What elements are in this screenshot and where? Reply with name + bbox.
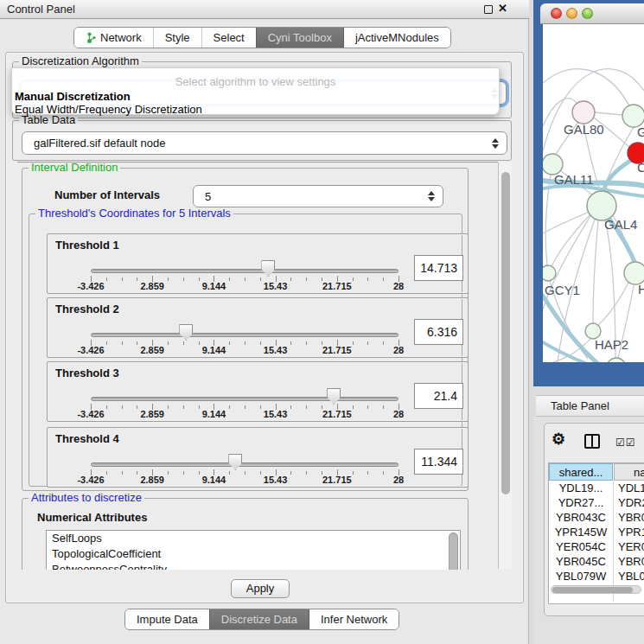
minimize-traffic-light[interactable]	[566, 8, 577, 19]
network-node[interactable]	[607, 358, 626, 362]
tick-label: 9.144	[202, 345, 226, 355]
network-edge[interactable]	[552, 214, 591, 266]
minor-tick	[137, 341, 137, 345]
column-header-shared-name[interactable]: shared...	[549, 463, 613, 481]
network-canvas[interactable]: GAL80GACGAL11GAL4GCY1HHAP2	[543, 24, 644, 362]
close-icon[interactable]: ✕	[498, 2, 507, 15]
threshold-box-4: Threshold 4-3.4262.8599.14415.4321.71528…	[47, 427, 469, 488]
node-label: HAP2	[595, 337, 628, 352]
number-of-intervals-value: 5	[205, 186, 211, 207]
node-label: GCY1	[545, 283, 580, 297]
select-columns-icon[interactable]: ☑☑	[615, 437, 636, 449]
tab-label: jActiveMNodules	[355, 31, 439, 44]
numerical-attributes-list[interactable]: SelfLoopsTopologicalCoefficientBetweenne…	[46, 530, 461, 570]
minor-tick	[199, 471, 200, 475]
minor-tick	[383, 405, 384, 409]
slider-thumb[interactable]	[327, 388, 341, 405]
number-of-intervals-combobox[interactable]: 5	[193, 185, 443, 207]
attribute-items: SelfLoopsTopologicalCoefficientBetweenne…	[47, 531, 460, 570]
table-row[interactable]: YLR345WYLR3	[549, 583, 644, 584]
minor-tick	[260, 277, 261, 281]
slider-track[interactable]	[91, 333, 399, 337]
cell-name: YER0	[614, 539, 644, 554]
table-hscrollbar-thumb[interactable]	[552, 587, 633, 593]
tab-impute-data[interactable]: Impute Data	[125, 609, 209, 629]
cell-shared-name: YDL19...	[549, 481, 613, 495]
interval-definition-title: Interval Definition	[29, 162, 120, 174]
table-row[interactable]: YPR145WYPR1	[549, 525, 644, 539]
attribute-item[interactable]: TopologicalCoefficient	[47, 546, 460, 562]
slider-track[interactable]	[91, 397, 399, 401]
attributes-group-title: Attributes to discretize	[29, 492, 144, 504]
thresholds-group: Threshold's Coordinates for 5 Intervals …	[29, 214, 462, 487]
slider-thumb[interactable]	[261, 260, 275, 277]
threshold-value-field[interactable]: 11.344	[414, 449, 463, 475]
apply-button[interactable]: Apply	[231, 579, 290, 598]
discretization-algorithm-group-title: Discretization Algorithm	[19, 55, 142, 67]
column-header-name[interactable]: na	[614, 463, 644, 481]
minor-tick	[183, 405, 184, 409]
tick-label: 2.859	[140, 281, 164, 291]
tick-label: 28	[393, 281, 404, 291]
minor-tick	[245, 471, 245, 475]
threshold-value-field[interactable]: 21.4	[414, 383, 463, 409]
tab-discretize-data[interactable]: Discretize Data	[209, 609, 309, 629]
main-scrollbar-track[interactable]	[498, 163, 512, 569]
minor-tick	[306, 405, 307, 409]
network-node-gal4[interactable]	[587, 191, 616, 220]
slider-thumb[interactable]	[179, 324, 193, 341]
algorithm-hint-text: Select algorithm to view settings	[12, 75, 499, 88]
attribute-item[interactable]: SelfLoops	[47, 531, 460, 546]
zoom-traffic-light[interactable]	[582, 8, 593, 19]
network-node-gcy1[interactable]	[543, 265, 556, 281]
minor-tick	[306, 277, 307, 281]
tab-label: Infer Network	[321, 613, 387, 626]
tab-network[interactable]: Network	[74, 28, 153, 48]
tab-style[interactable]: Style	[153, 28, 201, 48]
cell-shared-name: YLR345W	[549, 583, 613, 584]
attribute-item[interactable]: BetweennessCentrality	[47, 562, 460, 570]
network-edge[interactable]	[543, 69, 629, 105]
threshold-label: Threshold 1	[55, 239, 119, 252]
minor-tick	[260, 471, 261, 475]
table-data-combobox[interactable]: galFiltered.sif default node	[22, 131, 507, 155]
table-row[interactable]: YBR045CYBR0	[549, 554, 644, 569]
threshold-value-field[interactable]: 6.316	[414, 319, 463, 345]
algorithm-option-manual[interactable]: Manual Discretization	[15, 90, 131, 103]
tab-jactivemnodules[interactable]: jActiveMNodules	[343, 28, 450, 48]
network-icon	[86, 31, 96, 44]
close-traffic-light[interactable]	[551, 8, 562, 19]
tab-cyni-toolbox[interactable]: Cyni Toolbox	[256, 28, 343, 48]
minor-tick	[290, 471, 291, 475]
main-scrollbar-thumb[interactable]	[501, 172, 510, 494]
network-node-gal80[interactable]	[572, 101, 595, 124]
tab-select[interactable]: Select	[201, 28, 256, 48]
tick-label: 15.43	[264, 345, 288, 355]
tab-label: Style	[165, 31, 190, 44]
threshold-box-3: Threshold 3-3.4262.8599.14415.4321.71528…	[47, 361, 469, 422]
threshold-value-field[interactable]: 14.713	[414, 255, 463, 281]
slider-track[interactable]	[91, 269, 399, 273]
gear-icon[interactable]: ⚙	[552, 431, 565, 447]
table-hscrollbar[interactable]	[551, 585, 641, 594]
table-row[interactable]: YER054CYER0	[549, 539, 644, 554]
network-edge[interactable]	[595, 112, 622, 115]
network-edge[interactable]	[593, 220, 598, 323]
node-attribute-table[interactable]: shared... na YDL19...YDL1YDR27...YDR2YBR…	[548, 462, 644, 604]
attributes-scrollbar[interactable]	[449, 532, 458, 570]
slider-thumb[interactable]	[228, 454, 242, 470]
table-row[interactable]: YBR043CYBR0	[549, 510, 644, 525]
table-row[interactable]: YBL079WYBL0	[549, 569, 644, 583]
tab-label: Discretize Data	[221, 613, 297, 626]
minor-tick	[229, 341, 230, 345]
algorithm-option-equal-width[interactable]: Equal Width/Frequency Discretization	[15, 103, 202, 116]
float-window-icon[interactable]	[484, 5, 493, 14]
tick-label: 28	[393, 345, 404, 355]
table-row[interactable]: YDR27...YDR2	[549, 495, 644, 510]
tab-infer-network[interactable]: Infer Network	[309, 609, 399, 629]
slider-track[interactable]	[91, 462, 399, 467]
minor-tick	[245, 405, 245, 409]
minor-tick	[229, 277, 230, 281]
split-view-icon[interactable]	[584, 434, 600, 449]
table-row[interactable]: YDL19...YDL1	[549, 481, 644, 495]
